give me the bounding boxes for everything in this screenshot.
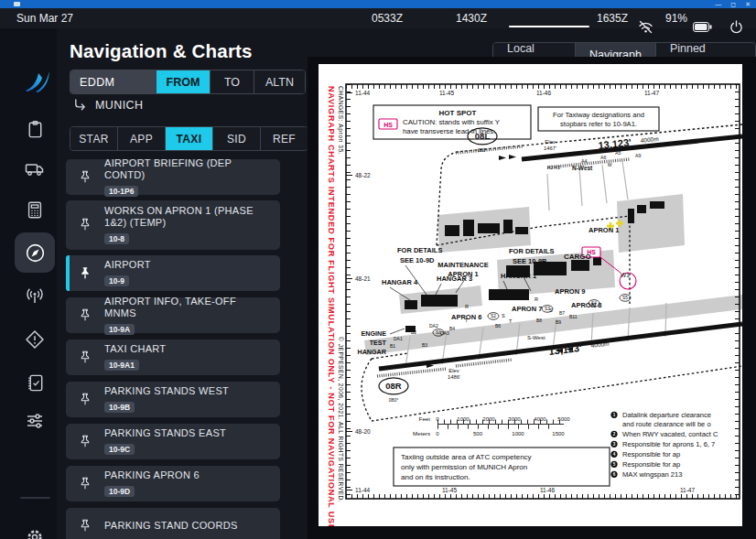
svg-text:48-22: 48-22: [355, 172, 371, 178]
svg-text:6: 6: [613, 472, 616, 477]
svg-text:1000: 1000: [457, 416, 470, 422]
svg-text:11-47: 11-47: [680, 487, 696, 493]
warning-diamond-icon: [24, 329, 46, 350]
svg-text:080°: 080°: [478, 147, 488, 153]
app-icon: [14, 2, 20, 6]
svg-text:Datalink departure clearance: Datalink departure clearance: [622, 411, 711, 419]
svg-text:FOR DETAILS: FOR DETAILS: [397, 246, 442, 254]
svg-text:and route clearance will be o: and route clearance will be o: [622, 420, 711, 428]
chart-viewer-panel: NAVIGRAPH CHARTS INTENDED FOR FLIGHT SIM…: [308, 57, 756, 539]
power-icon[interactable]: [729, 20, 743, 34]
pin-outline-icon[interactable]: [77, 392, 93, 408]
svg-text:HS: HS: [587, 249, 596, 255]
svg-text:B3: B3: [422, 342, 427, 348]
pin-outline-icon[interactable]: [77, 434, 93, 450]
svg-text:MAX wingspan 213: MAX wingspan 213: [622, 470, 682, 479]
segment-from-button[interactable]: FROM: [157, 70, 210, 93]
airport-icao-input[interactable]: EDDM: [70, 70, 157, 93]
gear-icon: [24, 526, 46, 539]
pin-filled-icon[interactable]: [77, 265, 93, 282]
svg-text:11-45: 11-45: [439, 90, 455, 96]
pin-outline-icon[interactable]: [77, 169, 93, 186]
status-date: Sun Mar 27: [16, 12, 73, 25]
sidebar-item-ground-services[interactable]: [16, 150, 53, 187]
svg-text:Elev: Elev: [448, 368, 459, 373]
svg-text:11-44: 11-44: [355, 487, 371, 493]
antenna-icon: [24, 286, 46, 307]
sidebar-item-filters[interactable]: [16, 402, 53, 438]
navigraph-logo: [22, 66, 53, 97]
svg-text:HANGAR: HANGAR: [357, 348, 386, 356]
svg-text:NAVIGRAPH CHARTS INTENDED FOR: NAVIGRAPH CHARTS INTENDED FOR FLIGHT SIM…: [327, 86, 336, 526]
svg-text:08R: 08R: [385, 381, 402, 391]
tab-taxi[interactable]: TAXI: [165, 127, 212, 150]
segment-altn-button[interactable]: ALTN: [254, 70, 305, 93]
svg-text:A9: A9: [635, 153, 641, 158]
svg-text:B2: B2: [411, 329, 416, 335]
window-minimize-button[interactable]: —: [715, 0, 721, 8]
tab-star[interactable]: STAR: [70, 127, 117, 150]
svg-text:S-West: S-West: [527, 335, 545, 340]
sliders-icon: [24, 409, 46, 431]
window-maximize-button[interactable]: ◻: [730, 0, 736, 8]
list-item-parking-coords[interactable]: PARKING STAND COORDS: [66, 508, 280, 539]
pin-outline-icon[interactable]: [77, 518, 93, 534]
svg-text:SEE 10-9D: SEE 10-9D: [400, 256, 435, 264]
tab-ref[interactable]: REF: [260, 127, 308, 150]
sidebar-item-settings[interactable]: [16, 519, 53, 539]
chart-canvas[interactable]: NAVIGRAPH CHARTS INTENDED FOR FLIGHT SIM…: [319, 64, 742, 526]
wifi-off-icon: [638, 20, 653, 34]
compass-icon: [24, 242, 47, 264]
list-item-works-apron[interactable]: WORKS ON APRON 1 (PHASE 1&2) (TEMP) 10-8: [66, 200, 280, 250]
svg-text:M: M: [608, 162, 611, 167]
chart-title: AIRPORT: [104, 259, 271, 271]
sidebar: [0, 28, 57, 539]
window-titlebar[interactable]: — ◻ ✕: [0, 0, 756, 8]
sidebar-item-calculator[interactable]: [16, 191, 53, 228]
window-close-button[interactable]: ✕: [745, 0, 751, 8]
clipboard-icon: [25, 119, 46, 140]
list-item-airport-info[interactable]: AIRPORT INFO, TAKE-OFF MNMS 10-9A: [66, 297, 280, 333]
calculator-icon: [25, 199, 45, 221]
list-item-parking-west[interactable]: PARKING STANDS WEST 10-9B: [66, 382, 280, 417]
svg-text:Elev: Elev: [545, 139, 555, 145]
svg-text:APRON 8: APRON 8: [571, 301, 601, 309]
chart-code-badge: 10-9C: [104, 444, 135, 455]
segment-to-button[interactable]: TO: [210, 70, 254, 93]
svg-text:DA1: DA1: [394, 336, 403, 341]
list-item-airport-briefing[interactable]: AIRPORT BRIEFING (DEP CONTD) 10-1P6: [66, 159, 280, 195]
pin-outline-icon[interactable]: [77, 217, 93, 233]
svg-text:3: 3: [613, 442, 616, 447]
svg-text:5000: 5000: [557, 416, 570, 422]
svg-text:W1: W1: [621, 272, 630, 278]
chart-title: PARKING STAND COORDS: [104, 520, 271, 532]
sidebar-item-navigation-charts[interactable]: [15, 232, 55, 273]
chart-code-badge: 10-9D: [104, 486, 135, 497]
pin-outline-icon[interactable]: [77, 307, 93, 324]
scale-bars: [437, 422, 564, 427]
pin-outline-icon[interactable]: [77, 476, 93, 492]
tab-app[interactable]: APP: [117, 127, 165, 150]
list-item-airport[interactable]: AIRPORT 10-9: [66, 255, 280, 291]
sidebar-item-hazards[interactable]: [16, 321, 53, 358]
pin-outline-icon[interactable]: [77, 350, 93, 366]
list-item-parking-east[interactable]: PARKING STANDS EAST 10-9C: [66, 424, 280, 459]
svg-text:4000: 4000: [534, 416, 546, 422]
svg-text:APRON 7: APRON 7: [512, 305, 542, 313]
list-item-parking-apron6[interactable]: PARKING APRON 6 10-9D: [66, 466, 280, 501]
chart-code-badge: 10-9: [104, 275, 129, 286]
chart-code-badge: 10-9B: [104, 402, 135, 413]
tab-sid[interactable]: SID: [212, 127, 260, 150]
svg-text:B9: B9: [556, 319, 561, 325]
sidebar-item-checklists[interactable]: [16, 364, 53, 401]
sidebar-item-radio[interactable]: [16, 278, 53, 315]
svg-text:B8: B8: [536, 318, 542, 323]
svg-text:A5: A5: [615, 150, 621, 156]
svg-text:DA2: DA2: [429, 323, 438, 329]
battery-percentage: 91%: [665, 12, 687, 25]
status-departure-time: 1430Z: [456, 12, 487, 25]
list-item-taxi-chart[interactable]: TAXI CHART 10-9A1: [66, 340, 280, 375]
sidebar-item-flight-log[interactable]: [16, 111, 53, 147]
svg-text:B6: B6: [495, 323, 501, 329]
svg-text:S: S: [502, 313, 505, 318]
